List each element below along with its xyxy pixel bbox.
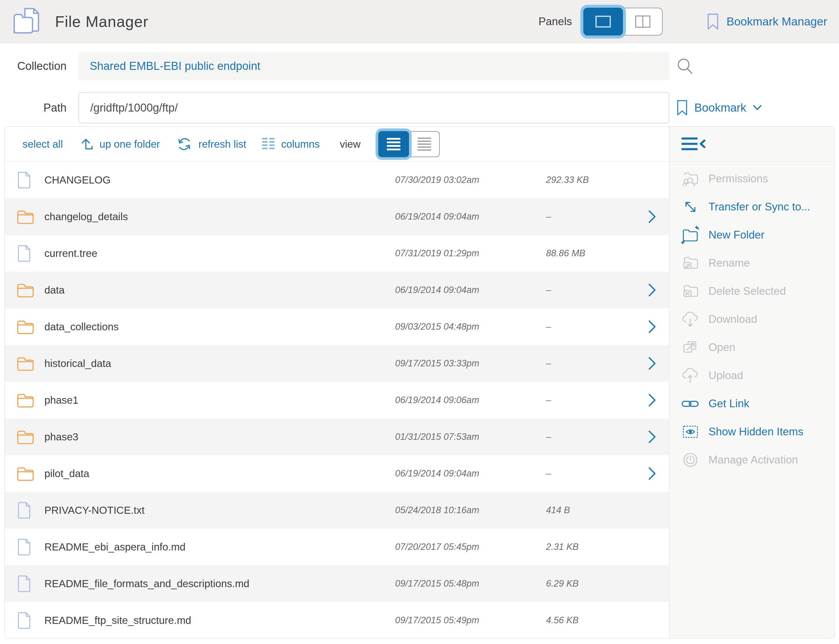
table-row[interactable]: CHANGELOG 07/30/2019 03:02am 292.33 KB bbox=[5, 162, 669, 198]
list-view-icon bbox=[387, 138, 401, 150]
file-icon bbox=[16, 244, 31, 263]
single-panel-button[interactable] bbox=[583, 8, 623, 36]
table-row[interactable]: phase3 01/31/2015 07:53am – bbox=[5, 419, 669, 455]
file-icon bbox=[16, 171, 31, 189]
bookmark-manager-label: Bookmark Manager bbox=[727, 15, 827, 28]
file-type-cell bbox=[16, 611, 44, 629]
bookmark-manager-link[interactable]: Bookmark Manager bbox=[707, 13, 827, 30]
table-row[interactable]: changelog_details 06/19/2014 09:04am – bbox=[5, 198, 669, 235]
folder-icon bbox=[16, 465, 34, 481]
sidebar-item-show-hidden[interactable]: Show Hidden Items bbox=[670, 417, 834, 446]
chevron-right-icon[interactable] bbox=[648, 283, 657, 297]
table-row[interactable]: historical_data 09/17/2015 03:33pm – bbox=[5, 345, 669, 382]
table-row[interactable]: PRIVACY-NOTICE.txt 05/24/2018 10:16am 41… bbox=[5, 492, 669, 529]
refresh-list-label: refresh list bbox=[199, 138, 246, 150]
file-name: README_ebi_aspera_info.md bbox=[44, 541, 395, 553]
columns-icon bbox=[262, 137, 275, 151]
open-folder-cell bbox=[648, 577, 669, 590]
sidebar-item-download[interactable]: Download bbox=[670, 305, 834, 333]
file-modified-date: 01/31/2015 07:53am bbox=[395, 432, 546, 442]
file-type-cell bbox=[16, 429, 44, 445]
file-name: phase3 bbox=[44, 431, 395, 443]
list-and-sidebar: CHANGELOG 07/30/2019 03:02am 292.33 KB bbox=[5, 162, 834, 638]
condensed-view-button[interactable] bbox=[409, 131, 440, 157]
file-modified-date: 06/19/2014 09:06am bbox=[395, 395, 546, 406]
sidebar-item-open[interactable]: Open bbox=[670, 333, 834, 361]
chevron-right-icon[interactable] bbox=[648, 430, 657, 444]
sidebar-item-label: Manage Activation bbox=[708, 454, 798, 466]
path-label: Path bbox=[0, 102, 67, 114]
open-folder-cell bbox=[648, 356, 669, 370]
open-folder-cell bbox=[648, 320, 669, 334]
sidebar-item-label: Open bbox=[708, 341, 736, 354]
file-modified-date: 09/03/2015 04:48pm bbox=[395, 321, 546, 332]
eye-icon bbox=[681, 422, 700, 441]
transfer-icon bbox=[681, 197, 700, 216]
file-size: 414 B bbox=[546, 505, 648, 516]
search-icon bbox=[676, 58, 694, 75]
collapse-sidebar-button[interactable] bbox=[669, 127, 834, 161]
dual-panel-button[interactable] bbox=[623, 8, 663, 36]
collection-label: Collection bbox=[0, 60, 67, 72]
table-row[interactable]: data_collections 09/03/2015 04:48pm – bbox=[5, 308, 669, 345]
sidebar-item-label: Transfer or Sync to... bbox=[708, 200, 810, 213]
chevron-right-icon[interactable] bbox=[648, 467, 657, 480]
sidebar-item-upload[interactable]: Upload bbox=[670, 361, 834, 389]
search-button[interactable] bbox=[676, 58, 694, 75]
sidebar-item-get-link[interactable]: Get Link bbox=[670, 389, 834, 417]
file-name: historical_data bbox=[44, 358, 395, 370]
open-folder-cell bbox=[648, 613, 669, 627]
sidebar-item-delete[interactable]: Delete Selected bbox=[670, 277, 834, 305]
open-folder-cell bbox=[648, 246, 669, 260]
file-type-cell bbox=[16, 465, 44, 481]
file-size: – bbox=[546, 211, 648, 222]
folder-icon bbox=[16, 429, 34, 445]
bookmark-dropdown[interactable]: Bookmark bbox=[676, 100, 762, 116]
sidebar-item-label: Download bbox=[708, 313, 757, 325]
file-list: CHANGELOG 07/30/2019 03:02am 292.33 KB bbox=[5, 162, 669, 638]
sidebar-item-rename[interactable]: Rename bbox=[670, 249, 834, 277]
table-row[interactable]: README_file_formats_and_descriptions.md … bbox=[5, 565, 669, 602]
chevron-right-icon[interactable] bbox=[648, 356, 657, 370]
file-size: – bbox=[546, 395, 648, 406]
table-row[interactable]: README_ebi_aspera_info.md 07/20/2017 05:… bbox=[5, 529, 669, 565]
table-row[interactable]: README_ftp_site_structure.md 09/17/2015 … bbox=[5, 602, 669, 639]
refresh-list-button[interactable]: refresh list bbox=[176, 136, 246, 153]
path-input[interactable] bbox=[79, 92, 670, 123]
file-modified-date: 06/19/2014 09:04am bbox=[395, 211, 546, 222]
file-type-cell bbox=[16, 501, 44, 519]
chevron-right-icon[interactable] bbox=[648, 210, 657, 223]
up-one-folder-button[interactable]: up one folder bbox=[79, 137, 160, 151]
table-row[interactable]: data 06/19/2014 09:04am – bbox=[5, 272, 669, 308]
collection-input[interactable] bbox=[79, 52, 670, 80]
columns-button[interactable]: columns bbox=[262, 137, 320, 151]
table-row[interactable]: pilot_data 06/19/2014 09:04am – bbox=[5, 455, 669, 492]
table-row[interactable]: current.tree 07/31/2019 01:29pm 88.86 MB bbox=[5, 235, 669, 272]
chevron-right-icon[interactable] bbox=[648, 393, 657, 407]
file-name: CHANGELOG bbox=[44, 174, 395, 186]
file-type-cell bbox=[16, 244, 44, 263]
sidebar-item-manage-activation[interactable]: Manage Activation bbox=[670, 446, 834, 474]
page-title: File Manager bbox=[55, 13, 148, 31]
file-modified-date: 09/17/2015 05:49pm bbox=[395, 615, 546, 626]
open-folder-cell bbox=[648, 283, 669, 297]
folder-icon bbox=[16, 282, 34, 298]
view-label: view bbox=[340, 138, 360, 150]
download-icon bbox=[681, 310, 700, 329]
sidebar-item-transfer[interactable]: Transfer or Sync to... bbox=[670, 193, 834, 221]
table-row[interactable]: phase1 06/19/2014 09:06am – bbox=[5, 382, 669, 419]
sidebar-item-new-folder[interactable]: New Folder bbox=[670, 221, 834, 249]
sidebar-item-permissions[interactable]: Permissions bbox=[670, 164, 834, 193]
select-all-button[interactable]: select all bbox=[23, 138, 63, 150]
file-size: – bbox=[546, 432, 648, 442]
file-size: 292.33 KB bbox=[546, 175, 648, 185]
list-view-button[interactable] bbox=[378, 131, 409, 157]
single-panel-icon bbox=[595, 15, 611, 28]
endpoint-navigation: Collection Path Bookmark bbox=[0, 43, 839, 123]
open-folder-cell bbox=[648, 393, 669, 407]
file-name: README_file_formats_and_descriptions.md bbox=[44, 578, 395, 590]
chevron-right-icon[interactable] bbox=[648, 320, 657, 334]
header-right: Panels Bookmark Manager bbox=[539, 8, 827, 36]
file-name: README_ftp_site_structure.md bbox=[44, 614, 395, 626]
file-modified-date: 05/24/2018 10:16am bbox=[395, 505, 546, 516]
